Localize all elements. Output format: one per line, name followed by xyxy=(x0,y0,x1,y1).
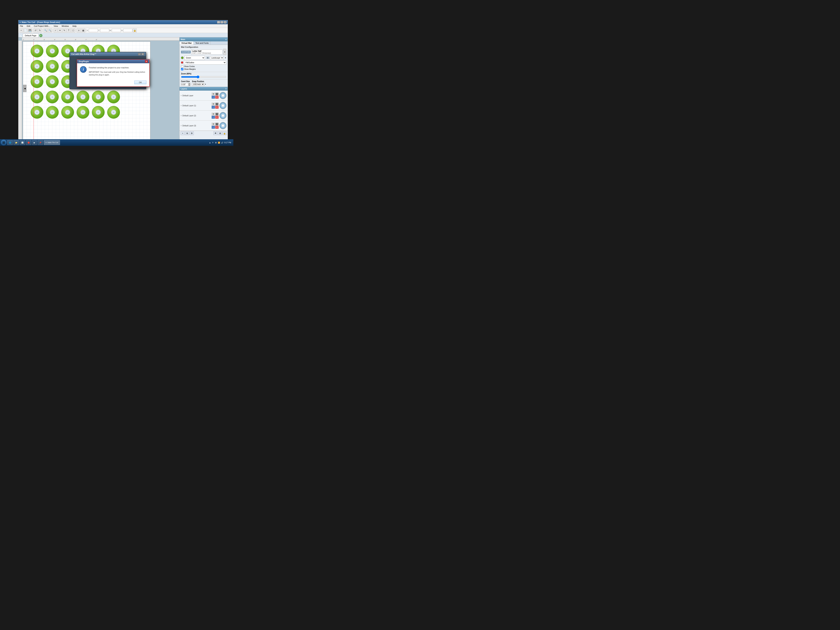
tray-volume-icon[interactable]: 🔊 xyxy=(221,142,223,144)
w-input[interactable] xyxy=(112,29,121,32)
taskbar-ppt-icon[interactable]: 📊 xyxy=(20,140,25,145)
taskbar-ie-icon[interactable]: 🌐 xyxy=(7,140,13,145)
zoom-slider[interactable] xyxy=(181,76,226,78)
draw-tool[interactable]: ✎ xyxy=(62,28,66,32)
caret-down-button[interactable]: ▼ xyxy=(188,84,191,86)
undo-button[interactable]: ↺ xyxy=(33,28,38,32)
menu-help[interactable]: Help xyxy=(72,25,77,27)
snap-dropdown-icon[interactable]: ▼ xyxy=(205,84,206,85)
taskbar-app-item[interactable]: ✂ Make The Cut! xyxy=(44,140,60,145)
mat-dropdown-button[interactable]: ▼ xyxy=(223,49,226,55)
taskbar-tray: ▲ 🏳 🖥 📶 🔊 9:17 PM xyxy=(208,142,233,144)
taskbar-chrome-icon[interactable]: 🔴 xyxy=(26,140,32,145)
cut-dialog-close[interactable]: × xyxy=(141,53,144,55)
nav-left-button[interactable]: ◀ xyxy=(23,85,27,92)
minimize-button[interactable]: _ xyxy=(217,21,220,24)
layer-1-down-icon[interactable]: ↓ xyxy=(212,106,215,109)
caret-up-button[interactable]: ▲ xyxy=(188,83,191,84)
tray-up-icon[interactable]: ▲ xyxy=(209,142,211,144)
layers-view-button[interactable]: 👁 xyxy=(213,131,218,135)
shape-tool[interactable]: ⬡ xyxy=(71,28,75,32)
layer-0-down-icon[interactable]: ↓ xyxy=(212,96,215,99)
layer-0-grid-icon[interactable]: ⊞ xyxy=(215,93,219,96)
text-tool[interactable]: T xyxy=(67,28,71,32)
move-tool[interactable]: ✦ xyxy=(58,28,62,32)
save-button[interactable]: 💾 xyxy=(28,28,32,32)
caret-spinbox: ▲ ▼ xyxy=(181,83,191,86)
orientation-dropdown[interactable]: ▼ xyxy=(225,57,226,59)
show-margins-checkbox[interactable] xyxy=(181,68,183,70)
layers-add-button[interactable]: + xyxy=(181,131,185,135)
layer-3-expand[interactable]: + xyxy=(181,125,182,127)
system-clock: 9:17 PM xyxy=(224,142,231,144)
orientation-select[interactable]: Landscape xyxy=(210,56,224,60)
group-tool[interactable]: ▦ xyxy=(81,28,85,32)
show-circles-checkbox[interactable] xyxy=(181,65,183,68)
x-input[interactable] xyxy=(89,29,98,32)
layer-1-expand[interactable]: + xyxy=(181,105,182,107)
taskbar-media-icon[interactable]: ▶ xyxy=(32,140,37,145)
layer-2-expand[interactable]: + xyxy=(181,115,182,117)
taskbar-unknown-icon[interactable]: 📌 xyxy=(38,140,43,145)
zoom-in-button[interactable]: 🔍 xyxy=(44,28,47,32)
layers-copy-button[interactable]: ⧉ xyxy=(185,131,189,135)
layer-1-grid-icon[interactable]: ⊞ xyxy=(215,103,219,106)
layer-0-del-icon[interactable]: ✕ xyxy=(215,96,219,99)
layers-grid-button[interactable]: ⊞ xyxy=(218,131,222,135)
start-button[interactable]: ⊞ xyxy=(1,140,6,145)
layer-2-eye-icon[interactable]: 👁 xyxy=(212,113,215,115)
layers-close-icon[interactable]: × xyxy=(226,88,227,90)
default-page-tab[interactable]: Default Page xyxy=(23,33,38,37)
redo-button[interactable]: ↻ xyxy=(38,28,42,32)
show-circles-row: Show Circles xyxy=(181,65,226,68)
layer-2-grid-icon[interactable]: ⊞ xyxy=(215,113,219,115)
layer-3-eye-icon[interactable]: 👁 xyxy=(212,123,215,126)
panel-close-icon[interactable]: × xyxy=(226,38,227,41)
ring-2-2 xyxy=(46,60,59,73)
text-fonts-tab[interactable]: Text and Fonts xyxy=(194,41,210,45)
caret-input[interactable] xyxy=(181,83,188,86)
layer-3-grid-icon[interactable]: ⊞ xyxy=(215,123,219,126)
menu-view[interactable]: View xyxy=(53,25,59,27)
zoom-out-button[interactable]: 🔍 xyxy=(48,28,52,32)
canvas-area[interactable]: 1" 2" 3" 4" 5" 6" 7" 8" ◀ xyxy=(18,37,179,139)
zing-ok-button[interactable]: OK xyxy=(134,81,146,84)
new-button[interactable]: + xyxy=(19,28,23,32)
color-select[interactable]: Green xyxy=(184,56,205,60)
y-input[interactable] xyxy=(100,29,109,32)
layer-item-1: + Default Layer (1) 👁 ⊞ ↓ ✕ xyxy=(180,101,228,111)
layer-3-del-icon[interactable]: ✕ xyxy=(215,126,219,129)
virtual-mat-tab[interactable]: Virtual Mat xyxy=(180,41,194,45)
show-margins-label: Show Margins xyxy=(184,68,196,70)
fill-outline-select[interactable]: Fill/Outline xyxy=(184,60,226,65)
snap-label: Snap Position xyxy=(192,81,206,82)
menu-file[interactable]: File xyxy=(19,25,24,27)
layer-1-del-icon[interactable]: ✕ xyxy=(215,106,219,109)
layers-settings-button[interactable]: ⚙ xyxy=(190,131,194,135)
close-button[interactable]: × xyxy=(224,21,227,24)
layer-0-expand[interactable]: + xyxy=(181,95,182,96)
add-page-button[interactable]: + xyxy=(39,34,43,37)
cut-dialog-minimize[interactable]: _ xyxy=(138,53,141,55)
menu-window[interactable]: Window xyxy=(61,25,69,27)
maximize-button[interactable]: □ xyxy=(220,21,223,24)
layer-0-name: Default Layer xyxy=(183,95,212,96)
menu-cut-project[interactable]: Cut Project With... xyxy=(33,25,51,27)
lock-button[interactable]: 🔒 xyxy=(133,28,137,32)
w-label: W: xyxy=(110,30,112,32)
open-button[interactable]: 📄 xyxy=(24,28,27,32)
h-input[interactable] xyxy=(123,29,133,32)
layer-2-down-icon[interactable]: ↓ xyxy=(212,116,215,119)
layer-2-del-icon[interactable]: ✕ xyxy=(215,116,219,119)
snap-select[interactable]: 1/32 Inch xyxy=(192,83,204,86)
select-tool[interactable]: ✓ xyxy=(54,28,58,32)
zing-close-button[interactable]: × xyxy=(145,60,148,63)
menu-edit[interactable]: Edit xyxy=(26,25,31,27)
taskbar-explorer-icon[interactable]: 📁 xyxy=(14,140,19,145)
layers-lock-button[interactable]: 🔒 xyxy=(223,131,227,135)
layer-3-down-icon[interactable]: ↓ xyxy=(212,126,215,129)
align-tool[interactable]: ≡ xyxy=(77,28,81,32)
landscape-icon: ⊞ xyxy=(206,57,209,59)
layer-0-eye-icon[interactable]: 👁 xyxy=(212,93,215,96)
layer-1-eye-icon[interactable]: 👁 xyxy=(212,103,215,106)
